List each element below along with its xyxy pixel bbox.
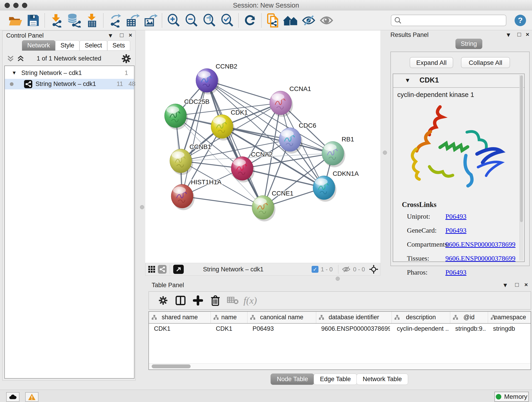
import-table-from-file-button[interactable] (83, 12, 101, 28)
crosslink-link[interactable]: P06493 (445, 212, 467, 220)
crosslink-link[interactable]: P06493 (445, 268, 467, 276)
warnings-button[interactable] (25, 392, 38, 402)
zoom-fit-content-button[interactable] (200, 12, 218, 28)
column-header-namespace[interactable]: namespace (488, 312, 531, 323)
show-columns-button[interactable] (172, 293, 189, 308)
cell-database-identifier[interactable]: 9606.ENSP00000378699 (321, 325, 390, 332)
results-scrollbar[interactable] (519, 75, 523, 261)
export-table-button[interactable] (124, 12, 142, 28)
panel-collapse-icon[interactable]: ▼ (108, 32, 114, 38)
network-canvas[interactable]: CCNB2CCNA1CDC25BCDK1CDC6RB1CCNB1CCNA2CDK… (145, 31, 380, 263)
right-splitter-handle[interactable] (383, 151, 387, 155)
tab-sets[interactable]: Sets (107, 40, 130, 51)
gene-description: cyclin-dependent kinase 1 (397, 91, 474, 99)
hidden-eye-icon[interactable] (342, 266, 351, 273)
open-session-button[interactable] (6, 12, 24, 28)
export-image-icon (143, 13, 158, 27)
table-horizontal-scrollbar[interactable] (149, 363, 531, 370)
column-header-database-identifier[interactable]: database identifier (316, 312, 392, 323)
crosslink-link[interactable]: 9606.ENSP00000378699 (445, 254, 515, 262)
panel-close-icon[interactable]: × (525, 282, 528, 288)
table-options-button[interactable] (154, 293, 172, 308)
network-view-button[interactable] (158, 265, 167, 274)
refresh-view-button[interactable] (241, 12, 259, 28)
results-panel: Results Panel ▼ □ × String Expand All Co… (389, 31, 531, 281)
column-header--id[interactable]: @id (450, 312, 488, 323)
crosslink-link[interactable]: P06493 (445, 226, 467, 234)
tab-edge-table[interactable]: Edge Table (314, 374, 357, 385)
tab-network[interactable]: Network (22, 40, 55, 51)
birds-eye-view-button[interactable] (173, 265, 184, 274)
show-hidden-button[interactable] (317, 12, 336, 28)
zoom-in-button[interactable] (165, 12, 182, 28)
cell--id[interactable]: stringdb:9... (455, 325, 486, 332)
tab-node-table[interactable]: Node Table (271, 374, 314, 385)
panel-float-icon[interactable]: □ (515, 282, 519, 288)
cell-namespace[interactable]: stringdb (493, 325, 531, 332)
search-input[interactable] (404, 17, 506, 24)
column-header-canonical-name[interactable]: canonical name (247, 312, 316, 323)
delete-column-button[interactable] (207, 293, 224, 308)
panel-collapse-icon[interactable]: ▼ (502, 282, 508, 288)
grid-view-button[interactable] (146, 265, 158, 273)
network-row-selected[interactable]: String Network – cdk1 11 48 (5, 79, 134, 89)
copy-network-button[interactable] (264, 12, 282, 28)
panel-collapse-icon[interactable]: ▼ (505, 32, 511, 38)
export-image-button[interactable] (142, 12, 159, 28)
collection-label: String Network – cdk1 (21, 70, 82, 77)
fit-selected-button[interactable] (367, 265, 380, 274)
panel-float-icon[interactable]: □ (120, 32, 123, 38)
crosslinks-title: CrossLinks (402, 201, 437, 209)
tab-style[interactable]: Style (55, 40, 80, 51)
results-scrollbar-thumb[interactable] (520, 75, 523, 222)
column-header-description[interactable]: description (392, 312, 450, 323)
save-session-button[interactable] (24, 12, 42, 28)
panel-close-icon[interactable]: × (129, 32, 132, 38)
tab-select[interactable]: Select (80, 40, 107, 51)
cloud-status-button[interactable] (6, 392, 19, 402)
selected-visible-checkbox[interactable]: ✓ (312, 266, 318, 273)
collapse-all-button[interactable]: Collapse All (461, 57, 510, 68)
gene-collapse-icon[interactable]: ▼ (405, 77, 411, 84)
cell-canonical-name[interactable]: P06493 (253, 325, 314, 332)
table-row[interactable]: CDK1CDK1P064939606.ENSP00000378699cyclin… (149, 323, 531, 335)
column-header-shared-name[interactable]: shared name (149, 312, 211, 323)
save-floppy-icon (27, 14, 40, 27)
crosslink-link[interactable]: 9606.ENSP00000378699 (445, 240, 515, 248)
zoom-selected-button[interactable] (218, 12, 236, 28)
panel-close-icon[interactable]: × (526, 32, 529, 37)
import-network-from-database-button[interactable] (65, 12, 83, 28)
zoom-out-button[interactable] (182, 12, 200, 28)
network-options-button[interactable] (121, 54, 131, 64)
memory-status-icon (496, 394, 501, 400)
export-network-button[interactable] (106, 12, 124, 28)
panel-float-icon[interactable]: □ (517, 32, 521, 37)
network-graph[interactable]: CCNB2CCNA1CDC25BCDK1CDC6RB1CCNB1CCNA2CDK… (145, 31, 380, 263)
tab-string[interactable]: String (456, 39, 482, 49)
bottom-splitter-handle[interactable] (336, 277, 340, 281)
function-builder-button[interactable]: f(x) (241, 293, 259, 308)
create-column-button[interactable] (189, 293, 207, 308)
cell-description[interactable]: cyclin-dependent ... (397, 325, 448, 332)
memory-button[interactable]: Memory (494, 392, 529, 402)
gene-header-row[interactable]: ▼ CDK1 (393, 74, 524, 88)
hide-selected-button[interactable] (300, 12, 317, 28)
help-button[interactable]: ? (515, 15, 526, 26)
collection-expand-icon[interactable]: ▼ (12, 70, 17, 76)
network-collection-row[interactable]: ▼ String Network – cdk1 1 (5, 68, 134, 78)
crosslink-label: Compartments: (407, 240, 449, 248)
control-panel-tabs: NetworkStyleSelectSets (22, 40, 130, 51)
tab-network-table[interactable]: Network Table (356, 374, 408, 385)
show-all-networks-button[interactable] (282, 12, 300, 28)
toolbar-separator (103, 13, 104, 27)
cell-name[interactable]: CDK1 (216, 325, 246, 332)
column-header-name[interactable]: name (211, 312, 247, 323)
import-network-from-file-button[interactable] (47, 12, 65, 28)
left-splitter-handle[interactable] (140, 205, 144, 209)
table-scrollbar-thumb[interactable] (152, 364, 191, 368)
delete-table-button[interactable] (224, 293, 241, 308)
cell-shared-name[interactable]: CDK1 (154, 325, 209, 332)
search-field[interactable] (391, 15, 506, 26)
expand-all-button[interactable]: Expand All (410, 57, 453, 68)
hidden-counts: 0 - 0 (353, 266, 365, 273)
